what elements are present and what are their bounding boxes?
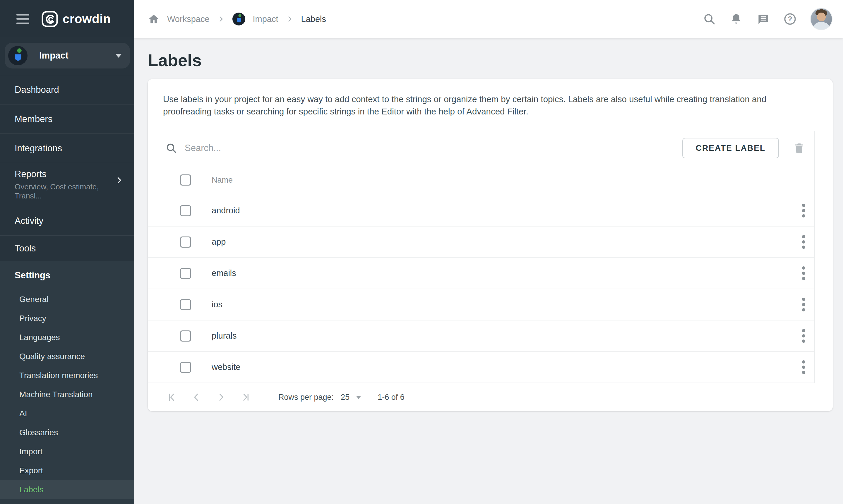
breadcrumb-current: Labels xyxy=(301,14,326,24)
sidebar-item-translation-memories[interactable]: Translation memories xyxy=(0,366,134,385)
kebab-menu-icon[interactable] xyxy=(797,265,810,282)
sidebar-item-privacy[interactable]: Privacy xyxy=(0,309,134,328)
label-name: emails xyxy=(212,268,236,278)
label-name: ios xyxy=(212,300,222,309)
table-row: emails xyxy=(148,258,814,289)
reports-sublabel: Overview, Cost estimate, Transl... xyxy=(15,182,122,200)
hamburger-menu-icon[interactable] xyxy=(16,14,29,24)
project-logo xyxy=(8,46,28,65)
create-label-button[interactable]: CREATE LABEL xyxy=(682,138,779,158)
last-page-icon[interactable] xyxy=(239,391,252,403)
row-checkbox[interactable] xyxy=(180,268,191,279)
sidebar-item-languages[interactable]: Languages xyxy=(0,328,134,347)
sidebar-header: crowdin xyxy=(0,0,134,38)
breadcrumb-project[interactable]: Impact xyxy=(253,14,279,24)
labels-grid: CREATE LABEL Name android xyxy=(148,131,833,383)
sidebar-item-labels[interactable]: Labels xyxy=(0,480,134,499)
row-checkbox[interactable] xyxy=(180,236,191,248)
page-title: Labels xyxy=(148,47,833,74)
table-row: android xyxy=(148,195,814,227)
chevron-right-icon xyxy=(286,15,293,23)
crowdin-logotype: crowdin xyxy=(62,12,111,26)
sidebar-nav: Dashboard Members Integrations Reports O… xyxy=(0,75,134,262)
kebab-menu-icon[interactable] xyxy=(797,202,810,219)
svg-text:?: ? xyxy=(788,15,792,23)
settings-header: Settings xyxy=(0,262,134,290)
sidebar-item-general[interactable]: General xyxy=(0,290,134,309)
table-row: plurals xyxy=(148,321,814,352)
sidebar-item-glossaries[interactable]: Glossaries xyxy=(0,423,134,442)
kebab-menu-icon[interactable] xyxy=(797,233,810,251)
sidebar-item-quality-assurance[interactable]: Quality assurance xyxy=(0,347,134,366)
table-row: app xyxy=(148,227,814,258)
search-icon xyxy=(165,142,177,154)
help-icon[interactable]: ? xyxy=(783,12,797,26)
breadcrumb-workspace[interactable]: Workspace xyxy=(167,14,210,24)
topbar-actions: ? xyxy=(702,8,832,30)
rows-per-page-value: 25 xyxy=(341,393,349,402)
prev-page-icon[interactable] xyxy=(190,391,203,403)
kebab-menu-icon[interactable] xyxy=(797,296,810,313)
sidebar-item-export[interactable]: Export xyxy=(0,461,134,480)
label-name: app xyxy=(212,237,226,247)
rows-per-page-label: Rows per page: xyxy=(279,393,334,402)
search-icon[interactable] xyxy=(702,12,716,26)
home-icon[interactable] xyxy=(148,13,160,25)
sidebar-item-integrations[interactable]: Integrations xyxy=(0,134,134,163)
labels-toolbar: CREATE LABEL xyxy=(148,131,814,165)
app-root: crowdin Impact Dashboard Members xyxy=(0,0,843,504)
content-area: Workspace Impact Labels xyxy=(134,0,843,504)
avatar[interactable] xyxy=(810,8,832,30)
breadcrumb: Workspace Impact Labels xyxy=(148,13,326,25)
bell-icon[interactable] xyxy=(730,12,743,26)
caret-down-icon xyxy=(356,396,361,399)
labels-page: Labels Use labels in your project for an… xyxy=(134,38,843,504)
sidebar-item-machine-translation[interactable]: Machine Translation xyxy=(0,385,134,404)
label-name: plurals xyxy=(212,331,236,341)
pagination-range: 1-6 of 6 xyxy=(378,393,405,402)
search-field xyxy=(165,142,682,154)
labels-card: Use labels in your project for an easy w… xyxy=(148,79,833,411)
sidebar-settings-section: Settings General Privacy Languages Quali… xyxy=(0,262,134,504)
pagination: Rows per page: 25 1-6 of 6 xyxy=(148,383,833,411)
kebab-menu-icon[interactable] xyxy=(797,327,810,345)
rows-per-page-select[interactable]: 25 xyxy=(341,393,361,402)
column-header-name: Name xyxy=(212,176,233,185)
scrollbar-gutter-divider xyxy=(814,131,814,383)
sidebar-item-members[interactable]: Members xyxy=(0,105,134,134)
row-checkbox[interactable] xyxy=(180,330,191,342)
row-checkbox[interactable] xyxy=(180,299,191,310)
label-name: android xyxy=(212,206,240,215)
project-selector-area: Impact xyxy=(0,38,134,75)
chevron-right-icon xyxy=(217,15,225,23)
label-name: website xyxy=(212,362,240,372)
labels-description: Use labels in your project for an easy w… xyxy=(148,79,818,118)
sidebar-item-reports[interactable]: Reports Overview, Cost estimate, Transl.… xyxy=(0,163,134,206)
row-checkbox[interactable] xyxy=(180,362,191,373)
kebab-menu-icon[interactable] xyxy=(797,359,810,376)
sidebar-item-activity[interactable]: Activity xyxy=(0,206,134,236)
first-page-icon[interactable] xyxy=(165,391,178,403)
sidebar-item-dashboard[interactable]: Dashboard xyxy=(0,75,134,105)
search-input[interactable] xyxy=(185,143,448,154)
table-row: ios xyxy=(148,289,814,321)
project-selector[interactable]: Impact xyxy=(5,43,130,69)
chat-icon[interactable] xyxy=(756,12,770,26)
chevron-right-icon xyxy=(115,176,124,185)
sidebar: crowdin Impact Dashboard Members xyxy=(0,0,134,504)
project-logo xyxy=(232,13,245,25)
next-page-icon[interactable] xyxy=(215,391,228,403)
project-name: Impact xyxy=(39,50,69,61)
trash-icon[interactable] xyxy=(792,141,806,156)
select-all-checkbox[interactable] xyxy=(180,175,191,185)
sidebar-item-tools[interactable]: Tools xyxy=(0,236,134,262)
caret-down-icon xyxy=(115,54,122,58)
sidebar-item-ai[interactable]: AI xyxy=(0,404,134,423)
crowdin-logo: crowdin xyxy=(41,11,111,27)
table-row: website xyxy=(148,352,814,383)
table-header-row: Name xyxy=(148,165,814,195)
topbar: Workspace Impact Labels xyxy=(134,0,843,38)
crowdin-logo-mark xyxy=(41,11,58,27)
row-checkbox[interactable] xyxy=(180,205,191,216)
sidebar-item-import[interactable]: Import xyxy=(0,442,134,461)
